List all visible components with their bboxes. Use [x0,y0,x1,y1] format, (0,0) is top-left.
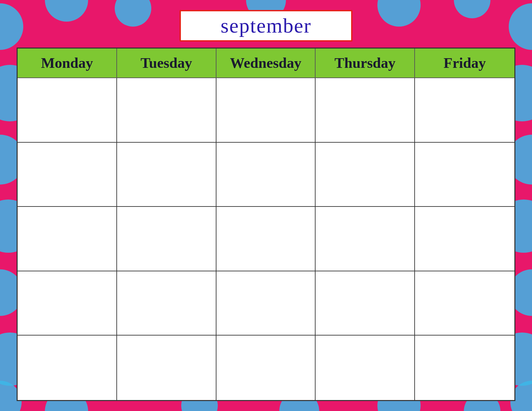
cell-3-4[interactable] [316,207,415,271]
cell-2-5[interactable] [415,143,514,207]
cell-2-4[interactable] [316,143,415,207]
header-thursday: Thursday [316,49,415,78]
cell-1-3[interactable] [216,78,316,143]
cell-1-4[interactable] [316,78,415,143]
cell-1-5[interactable] [415,78,514,143]
cell-5-4[interactable] [316,336,415,400]
cell-5-1[interactable] [18,336,117,400]
cell-1-1[interactable] [18,78,117,143]
page-container: september Monday Tuesday Wednesday Thurs… [0,0,532,411]
cell-2-3[interactable] [216,143,316,207]
calendar: Monday Tuesday Wednesday Thursday Friday [17,48,515,401]
cell-3-2[interactable] [117,207,216,271]
cell-4-1[interactable] [18,271,117,336]
cell-1-2[interactable] [117,78,216,143]
calendar-row-3 [18,207,514,271]
cell-4-4[interactable] [316,271,415,336]
cell-3-5[interactable] [415,207,514,271]
cell-3-3[interactable] [216,207,316,271]
calendar-row-1 [18,78,514,143]
cell-2-2[interactable] [117,143,216,207]
month-title: september [221,14,312,37]
cell-2-1[interactable] [18,143,117,207]
calendar-body [18,78,514,400]
calendar-row-2 [18,143,514,207]
cell-5-2[interactable] [117,336,216,400]
header-wednesday: Wednesday [216,49,316,78]
header-monday: Monday [18,49,117,78]
cell-4-5[interactable] [415,271,514,336]
cell-4-3[interactable] [216,271,316,336]
calendar-header: Monday Tuesday Wednesday Thursday Friday [18,49,514,78]
calendar-row-5 [18,336,514,400]
cell-5-3[interactable] [216,336,316,400]
header-tuesday: Tuesday [117,49,216,78]
cell-4-2[interactable] [117,271,216,336]
cell-3-1[interactable] [18,207,117,271]
calendar-row-4 [18,271,514,336]
cell-5-5[interactable] [415,336,514,400]
header-friday: Friday [415,49,514,78]
month-title-box: september [180,10,352,42]
